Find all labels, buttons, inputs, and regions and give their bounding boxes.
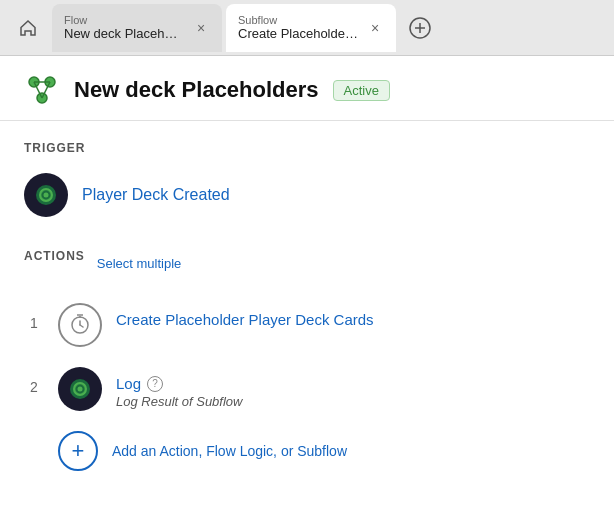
tab-subflow[interactable]: Subflow Create Placeholder ... ×: [226, 4, 396, 52]
svg-point-20: [78, 387, 83, 392]
action-content-1: Create Placeholder Player Deck Cards: [116, 303, 374, 328]
actions-header: ACTIONS Select multiple: [24, 249, 590, 277]
add-action-button[interactable]: +: [58, 431, 98, 471]
page-header: New deck Placeholders Active: [0, 56, 614, 121]
trigger-item: Player Deck Created: [24, 169, 590, 221]
action-item-2: 2 Log ? Log Result of Subflow: [24, 357, 590, 421]
page-title: New deck Placeholders: [74, 77, 319, 103]
action-item-1: 1 Create Placeholder Player Deck Cards: [24, 293, 590, 357]
trigger-section: TRIGGER Player Deck Created: [24, 141, 590, 221]
action-icon-1: [58, 303, 102, 347]
tab-subflow-labels: Subflow Create Placeholder ...: [238, 14, 358, 41]
action-title-row-2: Log ?: [116, 375, 242, 392]
action-content-2: Log ? Log Result of Subflow: [116, 367, 242, 409]
action-icon-2: [58, 367, 102, 411]
add-tab-button[interactable]: [404, 12, 436, 44]
main-content: TRIGGER Player Deck Created ACTIONS Sele…: [0, 121, 614, 529]
actions-section: ACTIONS Select multiple 1 Create Placeho…: [24, 249, 590, 481]
svg-point-11: [44, 193, 49, 198]
action-subtitle-2: Log Result of Subflow: [116, 394, 242, 409]
tab-flow-type: Flow: [64, 14, 184, 26]
help-icon-2[interactable]: ?: [147, 376, 163, 392]
trigger-icon-wrap: [24, 173, 68, 217]
svg-point-16: [79, 316, 81, 318]
trigger-section-label: TRIGGER: [24, 141, 590, 155]
action-number-1: 1: [24, 303, 44, 331]
status-badge: Active: [333, 80, 390, 101]
action-number-2: 2: [24, 367, 44, 395]
tab-flow-labels: Flow New deck Placeholder...: [64, 14, 184, 41]
tab-flow-close[interactable]: ×: [192, 19, 210, 37]
trigger-label[interactable]: Player Deck Created: [82, 186, 230, 204]
tab-subflow-close[interactable]: ×: [366, 19, 384, 37]
add-action-label[interactable]: Add an Action, Flow Logic, or Subflow: [112, 443, 347, 459]
page-icon: [24, 72, 60, 108]
tab-bar: Flow New deck Placeholder... × Subflow C…: [0, 0, 614, 56]
action-title-2[interactable]: Log: [116, 375, 141, 392]
actions-section-label: ACTIONS: [24, 249, 85, 263]
tab-flow-name: New deck Placeholder...: [64, 26, 184, 41]
add-action-row: + Add an Action, Flow Logic, or Subflow: [24, 421, 590, 481]
action-title-1[interactable]: Create Placeholder Player Deck Cards: [116, 311, 374, 328]
tab-subflow-name: Create Placeholder ...: [238, 26, 358, 41]
select-multiple-button[interactable]: Select multiple: [97, 256, 182, 271]
tab-flow[interactable]: Flow New deck Placeholder... ×: [52, 4, 222, 52]
tab-subflow-type: Subflow: [238, 14, 358, 26]
home-tab[interactable]: [8, 8, 48, 48]
svg-line-15: [80, 325, 83, 327]
